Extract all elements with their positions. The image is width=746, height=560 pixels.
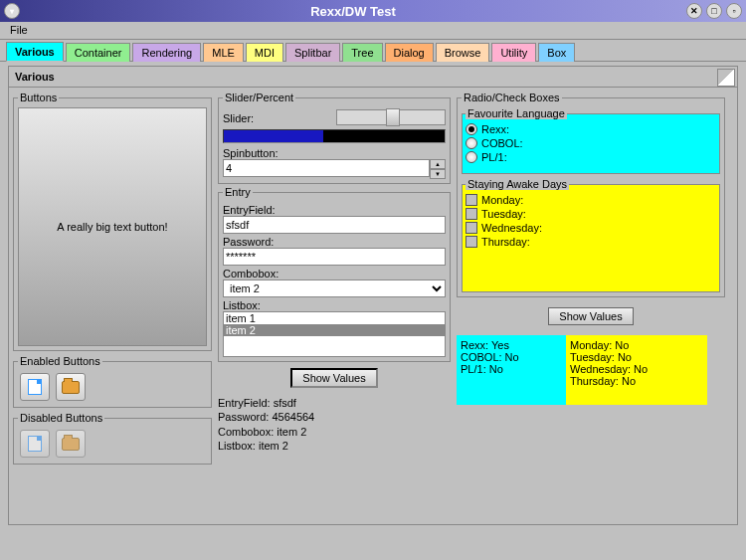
radio-label: COBOL:: [481, 137, 523, 149]
spinbutton-label: Spinbutton:: [223, 147, 446, 159]
spinbutton-input[interactable]: [223, 159, 430, 177]
radio-cobol[interactable]: COBOL:: [466, 136, 716, 150]
listbox-label: Listbox:: [223, 299, 446, 311]
result-combobox: Combobox: item 2: [218, 425, 451, 439]
tab-tree[interactable]: Tree: [342, 43, 382, 62]
legend-slider: Slider/Percent: [223, 92, 295, 103]
password-label: Password:: [223, 236, 446, 248]
page-title-text: Various: [15, 71, 55, 83]
show-values-radio-button[interactable]: Show Values: [548, 307, 633, 325]
spin-down-icon[interactable]: ▼: [430, 169, 446, 179]
listbox[interactable]: item 1item 2: [223, 311, 446, 357]
result-tuesday: Tuesday: No: [570, 351, 703, 363]
legend-buttons: Buttons: [18, 92, 59, 103]
checkbox-thursday[interactable]: Thursday:: [466, 235, 716, 249]
slider-label: Slider:: [223, 112, 332, 124]
entryfield-label: EntryField:: [223, 204, 446, 216]
group-enabled-buttons: Enabled Buttons: [13, 355, 212, 408]
results-days: Monday: No Tuesday: No Wednesday: No Thu…: [566, 335, 707, 405]
group-favourite-language: Favourite Language Rexx:COBOL:PL/1:: [462, 107, 720, 174]
legend-disabled: Disabled Buttons: [18, 412, 104, 424]
radio-rexx[interactable]: Rexx:: [466, 122, 716, 136]
group-entry: Entry EntryField: Password: Combobox: it…: [218, 186, 451, 362]
group-disabled-buttons: Disabled Buttons: [13, 412, 212, 465]
checkbox-label: Wednesday:: [481, 222, 542, 234]
dogear-icon[interactable]: [717, 69, 735, 87]
list-item[interactable]: item 2: [224, 324, 445, 336]
result-listbox: Listbox: item 2: [218, 439, 451, 453]
tab-splitbar[interactable]: Splitbar: [285, 43, 340, 62]
slider-track[interactable]: [336, 109, 446, 125]
radio-icon: [466, 123, 477, 135]
result-thursday: Thursday: No: [570, 375, 703, 387]
big-text-button[interactable]: A really big text button!: [18, 107, 207, 346]
close-icon[interactable]: ✕: [686, 3, 702, 19]
minimize-icon[interactable]: ▫: [726, 3, 742, 19]
legend-fav: Favourite Language: [466, 107, 567, 119]
slider-thumb[interactable]: [386, 108, 400, 126]
group-buttons: Buttons A really big text button!: [13, 92, 212, 351]
checkbox-wednesday[interactable]: Wednesday:: [466, 221, 716, 235]
disabled-open-button: [56, 430, 86, 458]
checkbox-icon: [466, 222, 477, 234]
checkbox-icon: [466, 236, 477, 248]
checkbox-monday[interactable]: Monday:: [466, 193, 716, 207]
checkbox-tuesday[interactable]: Tuesday:: [466, 207, 716, 221]
maximize-icon[interactable]: □: [706, 3, 722, 19]
tab-mle[interactable]: MLE: [203, 43, 244, 62]
progress-bar: [223, 129, 446, 143]
menu-file[interactable]: File: [6, 23, 32, 37]
tab-utility[interactable]: Utility: [491, 43, 536, 62]
group-staying-awake: Staying Awake Days Monday:Tuesday:Wednes…: [462, 178, 720, 292]
combobox-input[interactable]: item 2: [223, 280, 446, 297]
window-title: Rexx/DW Test: [20, 4, 686, 19]
tab-browse[interactable]: Browse: [436, 43, 490, 62]
checkbox-icon: [466, 194, 477, 206]
result-pl1: PL/1: No: [461, 363, 562, 375]
checkbox-label: Thursday:: [481, 236, 530, 248]
document-icon: [28, 436, 42, 452]
legend-radio: Radio/Check Boxes: [462, 92, 562, 103]
spin-up-icon[interactable]: ▲: [430, 159, 446, 169]
enabled-open-button[interactable]: [56, 373, 86, 401]
checkbox-label: Tuesday:: [481, 208, 526, 220]
group-slider: Slider/Percent Slider: Spinbutton: ▲ ▼: [218, 92, 451, 184]
list-item[interactable]: item 1: [224, 312, 445, 324]
result-wednesday: Wednesday: No: [570, 363, 703, 375]
result-monday: Monday: No: [570, 339, 703, 351]
tabstrip: VariousContainerRenderingMLEMDISplitbarT…: [0, 40, 746, 62]
radio-icon: [466, 151, 477, 163]
show-values-entry-button[interactable]: Show Values: [290, 368, 377, 388]
titlebar: ▾ Rexx/DW Test ✕ □ ▫: [0, 0, 746, 22]
sysmenu-icon[interactable]: ▾: [4, 3, 20, 19]
checkbox-icon: [466, 208, 477, 220]
group-radio-check: Radio/Check Boxes Favourite Language Rex…: [457, 92, 725, 297]
legend-stay: Staying Awake Days: [466, 178, 569, 190]
tab-mdi[interactable]: MDI: [246, 43, 283, 62]
disabled-new-button: [20, 430, 50, 458]
page-title: Various: [8, 66, 738, 88]
result-rexx: Rexx: Yes: [461, 339, 562, 351]
checkbox-label: Monday:: [481, 194, 523, 206]
tab-container[interactable]: Container: [66, 43, 131, 62]
results-languages: Rexx: Yes COBOL: No PL/1: No: [457, 335, 566, 405]
tab-various[interactable]: Various: [6, 42, 64, 62]
radio-pl1[interactable]: PL/1:: [466, 150, 716, 164]
password-input[interactable]: [223, 248, 446, 266]
enabled-new-button[interactable]: [20, 373, 50, 401]
entryfield-input[interactable]: [223, 216, 446, 234]
radio-label: Rexx:: [481, 123, 509, 135]
tab-dialog[interactable]: Dialog: [385, 43, 434, 62]
radio-label: PL/1:: [481, 151, 507, 163]
legend-entry: Entry: [223, 186, 253, 198]
entry-results: EntryField: sfsdf Password: 4564564 Comb…: [218, 394, 451, 455]
radio-results: Rexx: Yes COBOL: No PL/1: No Monday: No …: [457, 335, 725, 405]
tab-box[interactable]: Box: [538, 43, 575, 62]
result-cobol: COBOL: No: [461, 351, 562, 363]
result-password: Password: 4564564: [218, 410, 451, 424]
legend-enabled: Enabled Buttons: [18, 355, 102, 367]
tab-rendering[interactable]: Rendering: [132, 43, 201, 62]
folder-icon: [62, 438, 80, 451]
document-icon: [28, 379, 42, 395]
progress-fill: [224, 130, 323, 142]
